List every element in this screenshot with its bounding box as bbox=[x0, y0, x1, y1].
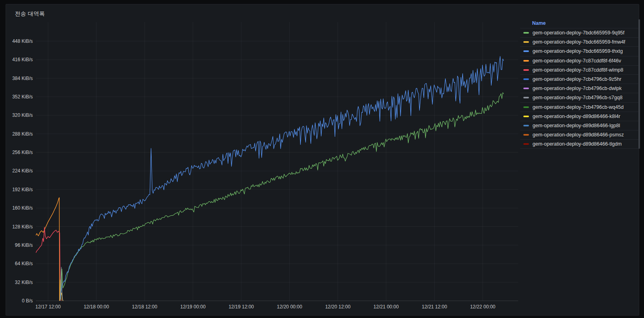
legend-item-label: gem-operation-deploy-7bdc665959-thxtg bbox=[533, 48, 623, 54]
legend-item-label: gem-operation-deploy-7bdc665959-9q95f bbox=[533, 30, 624, 36]
legend-swatch-icon bbox=[523, 125, 529, 126]
legend-swatch-icon bbox=[523, 78, 529, 80]
y-tick-label: 128 KiB/s bbox=[0, 224, 33, 230]
x-tick-label: 12/21 00:00 bbox=[364, 304, 408, 310]
y-tick-label: 320 KiB/s bbox=[0, 112, 33, 118]
x-tick-label: 12/21 12:00 bbox=[412, 304, 456, 310]
x-tick-label: 12/19 00:00 bbox=[171, 304, 215, 310]
x-tick-label: 12/22 00:00 bbox=[461, 304, 505, 310]
y-tick-label: 352 KiB/s bbox=[0, 94, 33, 100]
y-tick-label: 384 KiB/s bbox=[0, 75, 33, 82]
legend-item[interactable]: gem-operation-deploy-7bdc665959-fmw4f bbox=[520, 38, 639, 47]
legend-item-label: gem-operation-deploy-7bdc665959-fmw4f bbox=[533, 39, 625, 45]
legend-item[interactable]: gem-operation-deploy-d89d86466-tlgdm bbox=[520, 140, 639, 149]
legend-item[interactable]: gem-operation-deploy-7c87cddf8f-wlmp8 bbox=[520, 66, 639, 75]
legend-item-label: gem-operation-deploy-7cb4796cb-dwlpk bbox=[533, 86, 622, 91]
legend-item[interactable]: gem-operation-deploy-7bdc665959-9q95f bbox=[520, 28, 639, 38]
legend-swatch-icon bbox=[523, 106, 529, 108]
y-tick-label: 416 KiB/s bbox=[0, 56, 33, 63]
y-tick-label: 224 KiB/s bbox=[0, 168, 33, 174]
legend-item-label: gem-operation-deploy-7c87cddf8f-wlmp8 bbox=[533, 67, 623, 73]
legend-item-label: gem-operation-deploy-d89d86466-k8l4r bbox=[533, 114, 620, 119]
y-tick-label: 32 KiB/s bbox=[0, 279, 33, 286]
chart-canvas[interactable] bbox=[36, 22, 518, 301]
legend: Name gem-operation-deploy-7bdc665959-9q9… bbox=[520, 18, 639, 149]
legend-item-label: gem-operation-deploy-7cb4796cb-s7gq8 bbox=[533, 95, 622, 100]
x-tick-label: 12/19 12:00 bbox=[219, 304, 263, 310]
legend-swatch-icon bbox=[523, 69, 529, 71]
x-tick-label: 12/18 12:00 bbox=[123, 304, 167, 310]
x-tick-label: 12/17 12:00 bbox=[26, 304, 70, 310]
legend-item-label: gem-operation-deploy-d89d86466-lgp8l bbox=[533, 123, 620, 128]
legend-item[interactable]: gem-operation-deploy-7c87cddf8f-6f46v bbox=[520, 56, 639, 66]
legend-item[interactable]: gem-operation-deploy-7cb4796cb-9z5hr bbox=[520, 75, 639, 84]
y-tick-label: 96 KiB/s bbox=[0, 242, 33, 248]
legend-item-label: gem-operation-deploy-7cb4796cb-9z5hr bbox=[533, 76, 621, 82]
legend-item-label: gem-operation-deploy-7cb4796cb-wq45d bbox=[533, 104, 624, 110]
x-tick-label: 12/20 12:00 bbox=[316, 304, 360, 310]
y-tick-label: 448 KiB/s bbox=[0, 38, 33, 44]
legend-swatch-icon bbox=[523, 97, 529, 98]
legend-item[interactable]: gem-operation-deploy-7cb4796cb-dwlpk bbox=[520, 84, 639, 93]
legend-item[interactable]: gem-operation-deploy-d89d86466-k8l4r bbox=[520, 112, 639, 121]
legend-item-label: gem-operation-deploy-7c87cddf8f-6f46v bbox=[533, 58, 621, 64]
legend-item-label: gem-operation-deploy-d89d86466-psmsz bbox=[533, 132, 624, 138]
legend-item-label: gem-operation-deploy-d89d86466-tlgdm bbox=[533, 141, 622, 147]
legend-header-name[interactable]: Name bbox=[520, 18, 639, 28]
legend-swatch-icon bbox=[523, 134, 529, 136]
legend-swatch-icon bbox=[523, 143, 529, 145]
legend-item[interactable]: gem-operation-deploy-d89d86466-lgp8l bbox=[520, 121, 639, 130]
panel-title[interactable]: 전송 대역폭 bbox=[15, 10, 45, 18]
y-tick-label: 256 KiB/s bbox=[0, 149, 33, 156]
x-tick-label: 12/20 00:00 bbox=[268, 304, 312, 310]
y-tick-label: 288 KiB/s bbox=[0, 131, 33, 137]
y-tick-label: 64 KiB/s bbox=[0, 260, 33, 267]
y-tick-label: 160 KiB/s bbox=[0, 205, 33, 211]
y-tick-label: 192 KiB/s bbox=[0, 186, 33, 193]
legend-item[interactable]: gem-operation-deploy-d89d86466-psmsz bbox=[520, 130, 639, 140]
legend-swatch-icon bbox=[523, 32, 529, 34]
legend-swatch-icon bbox=[523, 41, 529, 43]
legend-item[interactable]: gem-operation-deploy-7bdc665959-thxtg bbox=[520, 47, 639, 56]
legend-swatch-icon bbox=[523, 50, 529, 52]
legend-swatch-icon bbox=[523, 60, 529, 62]
legend-rows: gem-operation-deploy-7bdc665959-9q95fgem… bbox=[520, 28, 639, 149]
legend-item[interactable]: gem-operation-deploy-7cb4796cb-wq45d bbox=[520, 103, 639, 112]
legend-swatch-icon bbox=[523, 88, 529, 89]
legend-item[interactable]: gem-operation-deploy-7cb4796cb-s7gq8 bbox=[520, 93, 639, 102]
legend-swatch-icon bbox=[523, 116, 529, 117]
legend-scrollbar[interactable] bbox=[638, 19, 640, 149]
y-tick-label: 0 B/s bbox=[0, 298, 33, 304]
x-tick-label: 12/18 00:00 bbox=[74, 304, 118, 310]
